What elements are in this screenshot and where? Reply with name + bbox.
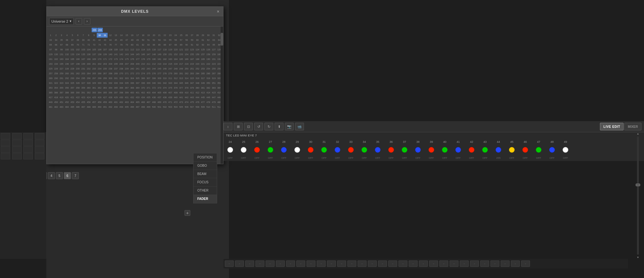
dmx-cell-98[interactable]: 98 [53, 47, 59, 52]
dmx-cell-63[interactable]: 63 [211, 38, 216, 42]
dmx-cell-129[interactable]: 129 [48, 52, 53, 57]
dmx-cell-391[interactable]: 391 [80, 90, 86, 95]
dmx-cell-269[interactable]: 269 [113, 71, 118, 76]
dmx-cell-246[interactable]: 246 [162, 66, 168, 71]
dmx-cell-22[interactable]: 22 [162, 33, 168, 38]
fader-btn-11[interactable]: − [337, 260, 346, 267]
dmx-cell-376[interactable]: 376 [173, 85, 178, 90]
small-fixture-3[interactable] [35, 133, 44, 139]
dmx-cell-49[interactable]: 49 [135, 38, 140, 42]
dmx-cell-466[interactable]: 466 [140, 100, 146, 105]
dmx-cell-167[interactable]: 167 [80, 57, 86, 62]
dmx-cell-421[interactable]: 421 [70, 95, 75, 100]
dmx-cell-34[interactable]: 34 [53, 38, 59, 42]
dmx-cell-88[interactable]: 88 [173, 42, 178, 47]
dmx-cell-170[interactable]: 170 [97, 57, 102, 62]
dmx-cell-468[interactable]: 468 [151, 100, 157, 105]
dmx-cell-338[interactable]: 338 [140, 81, 146, 85]
dmx-cell-359[interactable]: 359 [80, 85, 86, 90]
dmx-cell-297[interactable]: 297 [91, 76, 97, 81]
fader-btn-0[interactable]: − [225, 260, 234, 267]
dmx-cell-302[interactable]: 302 [118, 76, 124, 81]
dmx-cell-401[interactable]: 401 [135, 90, 140, 95]
dmx-cell-265[interactable]: 265 [91, 71, 97, 76]
dmx-cell-197[interactable]: 197 [70, 62, 75, 66]
dmx-cell-408[interactable]: 408 [173, 90, 178, 95]
dmx-cell-143[interactable]: 143 [124, 52, 129, 57]
dmx-cell-388[interactable]: 388 [64, 90, 70, 95]
dmx-cell-375[interactable]: 375 [168, 85, 173, 90]
dmx-cell-142[interactable]: 142 [118, 52, 124, 57]
dmx-cell-11[interactable]: 11 [102, 33, 108, 38]
dmx-cell-171[interactable]: 171 [102, 57, 108, 62]
dmx-cell-24[interactable]: 24 [173, 33, 178, 38]
dmx-cell-9[interactable]: 9 [91, 33, 97, 38]
toolbar-icon-8[interactable]: 📹 [295, 123, 304, 130]
dmx-cell-199[interactable]: 199 [80, 62, 86, 66]
dmx-cell-472[interactable]: 472 [173, 100, 178, 105]
dmx-cell-148[interactable]: 148 [151, 52, 157, 57]
dmx-cell-379[interactable]: 379 [189, 85, 195, 90]
dmx-cell-115[interactable]: 115 [146, 47, 151, 52]
vertical-slider-track[interactable] [637, 136, 639, 255]
dmx-cell-378[interactable]: 378 [184, 85, 189, 90]
dmx-cell-141[interactable]: 141 [113, 52, 118, 57]
dmx-cell-218[interactable]: 218 [184, 62, 189, 66]
dmx-cell-43[interactable]: 43 [102, 38, 108, 42]
live-edit-button[interactable]: LIVE EDIT [600, 123, 624, 130]
dmx-cell-443[interactable]: 443 [189, 95, 195, 100]
dmx-cell-437[interactable]: 437 [157, 95, 162, 100]
fader-btn-18[interactable]: − [409, 260, 418, 267]
dmx-cell-53[interactable]: 53 [157, 38, 162, 42]
page-btn-4[interactable]: 4 [48, 172, 55, 179]
dmx-cell-275[interactable]: 275 [146, 71, 151, 76]
dmx-cell-5[interactable]: 5 [70, 33, 75, 38]
nav-next-button[interactable]: › [84, 18, 90, 25]
page-btn-6[interactable]: 6 [64, 172, 71, 179]
dmx-cell-82[interactable]: 82 [140, 42, 146, 47]
dmx-cell-505[interactable]: 505 [178, 105, 184, 109]
dmx-cell-48[interactable]: 48 [129, 38, 135, 42]
dmx-cell-461[interactable]: 461 [113, 100, 118, 105]
fader-btn-16[interactable]: − [388, 260, 397, 267]
dmx-cell-312[interactable]: 312 [173, 76, 178, 81]
dmx-cell-156[interactable]: 156 [195, 52, 200, 57]
dmx-cell-100[interactable]: 100 [64, 47, 70, 52]
dmx-cell-118[interactable]: 118 [162, 47, 168, 52]
dmx-cell-204[interactable]: 204 [108, 62, 113, 66]
color-circle-47[interactable] [532, 147, 545, 153]
dmx-cell-221[interactable]: 221 [200, 62, 206, 66]
dmx-cell-369[interactable]: 369 [135, 85, 140, 90]
dmx-cell-138[interactable]: 138 [97, 52, 102, 57]
dmx-cell-510[interactable]: 510 [206, 105, 211, 109]
dmx-cell-273[interactable]: 273 [135, 71, 140, 76]
dmx-cell-341[interactable]: 341 [157, 81, 162, 85]
color-circle-35[interactable] [371, 147, 384, 153]
dmx-cell-222[interactable]: 222 [206, 62, 211, 66]
dmx-cell-368[interactable]: 368 [129, 85, 135, 90]
dmx-cell-73[interactable]: 73 [91, 42, 97, 47]
small-fixture-8[interactable] [1, 146, 10, 153]
dmx-cell-228[interactable]: 228 [64, 66, 70, 71]
dmx-cell-304[interactable]: 304 [129, 76, 135, 81]
dmx-cell-414[interactable]: 414 [206, 90, 211, 95]
small-fixture-0[interactable] [1, 133, 10, 139]
dmx-cell-31[interactable]: 31 [211, 33, 216, 38]
dmx-cell-241[interactable]: 241 [135, 66, 140, 71]
page-btn-7[interactable]: 7 [72, 172, 79, 179]
dmx-cell-131[interactable]: 131 [59, 52, 64, 57]
dmx-cell-75[interactable]: 75 [102, 42, 108, 47]
dmx-cell-214[interactable]: 214 [162, 62, 168, 66]
dmx-cell-169[interactable]: 169 [91, 57, 97, 62]
dmx-cell-127[interactable]: 127 [211, 47, 216, 52]
page-btn-5[interactable]: 5 [56, 172, 63, 179]
dmx-cell-478[interactable]: 478 [206, 100, 211, 105]
dmx-cell-198[interactable]: 198 [75, 62, 80, 66]
add-fixture-button[interactable]: + [185, 210, 190, 216]
dmx-cell-300[interactable]: 300 [108, 76, 113, 81]
color-circle-49[interactable] [559, 147, 572, 153]
dmx-cell-434[interactable]: 434 [140, 95, 146, 100]
dmx-cell-70[interactable]: 70 [75, 42, 80, 47]
dmx-cell-409[interactable]: 409 [178, 90, 184, 95]
dmx-cell-354[interactable]: 354 [53, 85, 59, 90]
